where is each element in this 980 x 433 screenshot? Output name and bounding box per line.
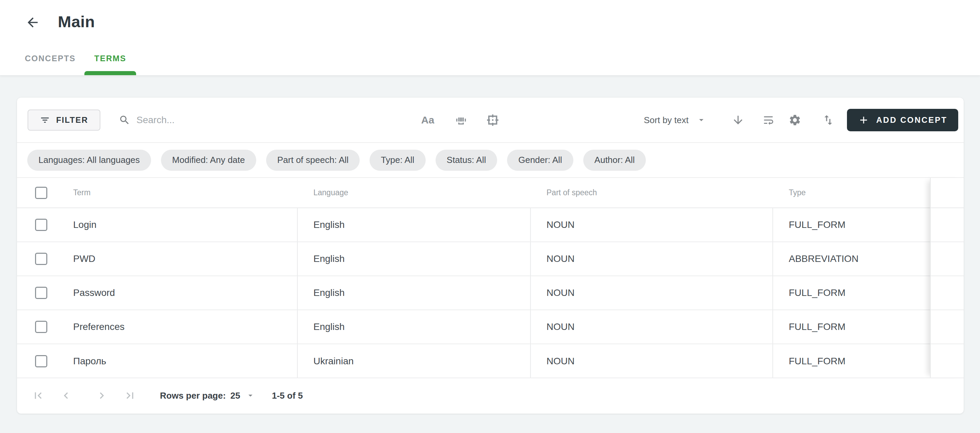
page-title: Main: [58, 12, 95, 31]
table-header: Term Language Part of speech Type: [17, 178, 964, 208]
pinned-cell: [930, 344, 964, 378]
search-box: [119, 114, 377, 126]
table-row[interactable]: PWD English NOUN ABBREVIATION: [17, 242, 964, 276]
row-checkbox[interactable]: [35, 253, 47, 265]
column-header-language: Language: [298, 188, 531, 197]
chip-languages[interactable]: Languages: All languages: [27, 150, 151, 171]
filter-button-label: FILTER: [56, 115, 88, 125]
arrow-down-icon: [732, 114, 745, 127]
chip-status[interactable]: Status: All: [436, 150, 498, 171]
match-case-icon[interactable]: Aa: [417, 114, 438, 126]
pinned-cell: [930, 310, 964, 344]
column-header-term: Term: [73, 188, 91, 197]
language-cell: English: [298, 242, 531, 276]
sort-by-dropdown[interactable]: Sort by text: [644, 115, 706, 125]
barcode-icon[interactable]: [451, 113, 471, 127]
table-row[interactable]: Пароль Ukrainian NOUN FULL_FORM: [17, 344, 964, 378]
part-of-speech-cell: NOUN: [531, 242, 773, 276]
next-page-button[interactable]: [95, 389, 108, 402]
wrap-text-button[interactable]: [762, 114, 775, 127]
first-page-icon: [32, 389, 45, 402]
row-checkbox[interactable]: [35, 321, 47, 333]
swap-vertical-icon: [822, 114, 835, 127]
part-of-speech-cell: NOUN: [531, 208, 773, 241]
filter-chips-row: Languages: All languages Modified: Any d…: [17, 143, 964, 178]
type-cell: FULL_FORM: [773, 276, 930, 309]
term-cell: PWD: [73, 254, 95, 264]
search-modifiers: Aa: [417, 113, 503, 127]
last-page-button[interactable]: [124, 389, 137, 402]
search-icon: [119, 114, 130, 126]
rows-per-page-select[interactable]: 25: [231, 390, 255, 401]
wrap-text-icon: [762, 114, 775, 127]
part-of-speech-cell: NOUN: [531, 310, 773, 344]
app-header: Main CONCEPTS TERMS: [0, 0, 980, 76]
chip-part-of-speech[interactable]: Part of speech: All: [266, 150, 360, 171]
chip-gender[interactable]: Gender: All: [507, 150, 573, 171]
table-row[interactable]: Password English NOUN FULL_FORM: [17, 276, 964, 310]
tab-terms[interactable]: TERMS: [94, 54, 126, 63]
sort-direction-button[interactable]: [732, 114, 745, 127]
pagination-bar: Rows per page: 25 1-5 of 5: [17, 377, 964, 412]
plus-icon: [858, 114, 869, 126]
pinned-cell: [930, 208, 964, 241]
back-button[interactable]: [24, 14, 41, 31]
previous-page-button[interactable]: [60, 389, 73, 402]
type-cell: ABBREVIATION: [773, 242, 930, 276]
filter-button[interactable]: FILTER: [27, 109, 100, 131]
pinned-cell: [930, 276, 964, 309]
row-checkbox[interactable]: [35, 355, 47, 367]
filter-icon: [40, 115, 50, 125]
type-cell: FULL_FORM: [773, 208, 930, 241]
search-input[interactable]: [137, 115, 368, 125]
caret-down-icon: [696, 115, 706, 125]
import-export-button[interactable]: [822, 114, 835, 127]
rows-per-page-label: Rows per page:: [160, 390, 226, 401]
language-cell: English: [298, 276, 531, 309]
last-page-icon: [124, 389, 137, 402]
term-cell: Login: [73, 219, 97, 230]
select-all-checkbox[interactable]: [35, 187, 47, 199]
term-cell: Preferences: [73, 322, 124, 332]
column-header-type: Type: [773, 188, 930, 197]
header-term-cell: Term: [17, 187, 298, 199]
add-concept-button[interactable]: ADD CONCEPT: [847, 109, 958, 131]
part-of-speech-cell: NOUN: [531, 344, 773, 378]
toolbar: FILTER Aa Sort by text: [17, 98, 964, 143]
add-concept-label: ADD CONCEPT: [876, 115, 947, 125]
language-cell: English: [298, 208, 531, 241]
sort-by-label: Sort by text: [644, 115, 689, 125]
language-cell: English: [298, 310, 531, 344]
column-header-part-of-speech: Part of speech: [531, 188, 773, 197]
gear-icon: [788, 114, 801, 127]
pagination-range: 1-5 of 5: [272, 390, 303, 401]
type-cell: FULL_FORM: [773, 310, 930, 344]
tab-concepts[interactable]: CONCEPTS: [25, 54, 76, 63]
chip-author[interactable]: Author: All: [583, 150, 646, 171]
chevron-right-icon: [95, 389, 108, 402]
arrow-left-icon: [25, 15, 40, 30]
pinned-cell: [930, 242, 964, 276]
type-cell: FULL_FORM: [773, 344, 930, 378]
rows-per-page-value: 25: [231, 390, 240, 401]
caret-down-icon: [246, 391, 255, 400]
first-page-button[interactable]: [32, 389, 45, 402]
row-checkbox[interactable]: [35, 287, 47, 299]
settings-button[interactable]: [788, 114, 801, 127]
chevron-left-icon: [60, 389, 73, 402]
table-row[interactable]: Login English NOUN FULL_FORM: [17, 208, 964, 242]
row-checkbox[interactable]: [35, 219, 47, 231]
table-body: Login English NOUN FULL_FORM PWD English…: [17, 208, 964, 378]
active-tab-indicator: [84, 71, 136, 75]
crosshair-frame-icon[interactable]: [482, 113, 503, 127]
language-cell: Ukrainian: [298, 344, 531, 378]
term-cell: Password: [73, 287, 115, 298]
table-row[interactable]: Preferences English NOUN FULL_FORM: [17, 310, 964, 344]
term-cell: Пароль: [73, 356, 106, 367]
chip-type[interactable]: Type: All: [369, 150, 425, 171]
chip-modified[interactable]: Modified: Any date: [161, 150, 256, 171]
part-of-speech-cell: NOUN: [531, 276, 773, 309]
terms-panel: FILTER Aa Sort by text: [17, 98, 964, 414]
